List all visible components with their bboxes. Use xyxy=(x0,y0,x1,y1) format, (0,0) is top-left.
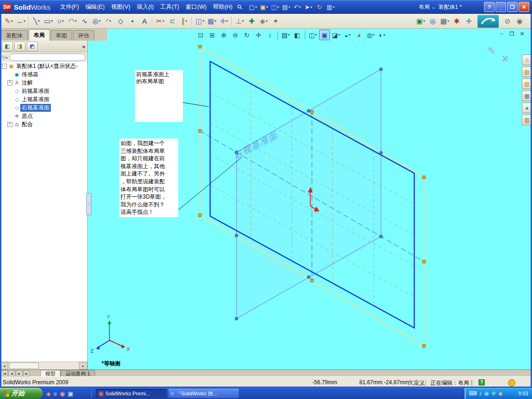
ie-icon[interactable]: e xyxy=(54,390,57,397)
attachment-icon[interactable]: ⊘ xyxy=(502,15,514,27)
rebuild-icon[interactable]: ↻ xyxy=(314,2,325,12)
status-help-icon[interactable]: ? xyxy=(478,379,485,386)
search-icon[interactable]: ⚲ xyxy=(236,3,244,12)
rectangle-icon[interactable]: ▭ xyxy=(42,15,54,27)
ime-keyboard-icon[interactable]: ⌨ xyxy=(469,390,477,397)
linear-pattern-icon[interactable]: ▦ xyxy=(206,15,218,27)
tab-scroll-button[interactable]: ▶ xyxy=(16,370,23,376)
menu-item[interactable]: 文件(F) xyxy=(57,2,82,12)
rotate-view-icon[interactable]: ↻ xyxy=(242,30,252,40)
filter-input[interactable] xyxy=(9,54,85,61)
doc-minimize-button[interactable]: – xyxy=(498,30,505,37)
pan-icon[interactable]: ✛ xyxy=(253,30,264,40)
standard-views-icon[interactable]: ▧ xyxy=(280,30,291,40)
help-button[interactable]: ? xyxy=(484,2,495,12)
minimize-button[interactable]: _ xyxy=(496,2,506,12)
point-icon[interactable]: • xyxy=(127,15,139,27)
restore-button[interactable]: ❐ xyxy=(507,2,518,12)
section-view-icon[interactable]: ◧ xyxy=(292,30,302,40)
tree-item-origin[interactable]: ✛ 原点 xyxy=(0,112,87,120)
line-icon[interactable]: ╲ xyxy=(30,15,42,27)
insert-components-icon[interactable]: ▣ xyxy=(415,15,427,27)
new-document-icon[interactable]: ▢ xyxy=(248,2,258,12)
tree-item-front-plane[interactable]: ◇ 前视基准面 xyxy=(0,87,87,95)
sketch-icon[interactable]: ✎ xyxy=(3,15,15,27)
tab-layout[interactable]: 布局 xyxy=(29,29,50,41)
cancel-sketch-icon[interactable]: ✕ xyxy=(502,54,509,64)
menu-item[interactable]: 窗口(W) xyxy=(182,2,210,12)
menu-item[interactable]: 帮助(H) xyxy=(210,2,236,12)
fillet-icon[interactable]: ◜ xyxy=(103,15,115,27)
quick-snaps-icon[interactable]: ◈ xyxy=(258,15,270,27)
open-document-icon[interactable]: ▣ xyxy=(259,2,269,12)
zoom-in-out-icon[interactable]: ⊕ xyxy=(218,30,229,40)
undo-icon[interactable]: ↶ xyxy=(292,2,302,12)
annotation-note-1[interactable]: 前视基准面上 的布局草图 xyxy=(135,70,183,122)
view-orientation-icon[interactable]: ◫ xyxy=(308,30,318,40)
spline-icon[interactable]: ∿ xyxy=(79,15,91,27)
save-icon[interactable]: ◫ xyxy=(270,2,280,12)
quicklaunch-icon-1[interactable]: ◈ xyxy=(46,390,51,397)
panel-expand-chevron[interactable]: » xyxy=(82,43,85,50)
graphics-viewport[interactable]: 右视基准面 Y X Z 前视基准面上 的布局草图 如图，我想建一个 三维装配体布… xyxy=(88,41,522,369)
featuremanager-tab-icon[interactable]: ◧ xyxy=(2,42,13,51)
menu-item[interactable]: 视图(V) xyxy=(108,2,134,12)
menu-item[interactable]: 工具(T) xyxy=(157,2,182,12)
tree-expander-icon[interactable]: + xyxy=(7,80,12,85)
rapid-sketch-icon[interactable]: ✦ xyxy=(270,15,282,27)
quicklaunch-icon-3[interactable]: ◉ xyxy=(60,390,65,397)
configurationmanager-tab-icon[interactable]: ◩ xyxy=(27,42,38,51)
arc-icon[interactable]: ◠ xyxy=(66,15,79,27)
model-tab[interactable]: 模型 xyxy=(40,370,60,377)
convert-entities-icon[interactable]: ⊂ xyxy=(166,15,178,27)
right-plane[interactable] xyxy=(236,69,381,319)
tab-scroll-button[interactable]: ▶| xyxy=(23,370,30,376)
tab-scroll-button[interactable]: |◀ xyxy=(1,370,8,376)
polygon-icon[interactable]: ◇ xyxy=(115,15,127,27)
tree-item-right-plane[interactable]: ◇ 右视基准面 xyxy=(0,103,87,112)
doc-restore-button[interactable]: ❐ xyxy=(508,30,515,37)
display-style-icon[interactable]: ◪ xyxy=(331,30,341,40)
tree-expander-icon[interactable]: + xyxy=(7,122,12,127)
smart-fasteners-icon[interactable]: ✱ xyxy=(451,15,463,27)
menu-item[interactable]: 插入(I) xyxy=(133,2,157,12)
tree-expander-icon[interactable]: - xyxy=(2,64,7,69)
text-icon[interactable]: A xyxy=(139,15,151,27)
repair-sketch-icon[interactable]: ✚ xyxy=(246,15,258,27)
circle-icon[interactable]: ○ xyxy=(54,15,66,27)
filter-funnel-icon[interactable]: ▽ xyxy=(2,54,7,60)
messenger-icon[interactable]: ◆ xyxy=(498,390,502,397)
antivirus-icon[interactable]: ✚ xyxy=(491,390,496,397)
start-button[interactable]: 开始 xyxy=(0,388,42,399)
propertymanager-tab-icon[interactable]: ◨ xyxy=(14,42,25,51)
zoom-to-selection-icon[interactable]: ⊖ xyxy=(230,30,241,40)
select-icon[interactable]: ➤ xyxy=(303,2,314,12)
tree-item-annotations[interactable]: + A 注解 xyxy=(0,79,87,87)
mate-icon[interactable]: ◎ xyxy=(427,15,439,27)
smart-dimension-icon[interactable]: ↔ xyxy=(15,15,27,27)
apply-scene-icon[interactable]: ◍ xyxy=(365,30,376,40)
edit-appearance-icon[interactable]: ◕ xyxy=(354,30,364,40)
mirror-entities-icon[interactable]: ◫ xyxy=(194,15,206,27)
tree-item-mates[interactable]: + ◎ 配合 xyxy=(0,120,87,128)
quicklaunch-icon-4[interactable]: ▣ xyxy=(68,390,73,397)
solidworks-resources-flyout-button[interactable] xyxy=(478,15,499,28)
taskbar-button-solidworks[interactable]: ▣ SolidWorks Premi... xyxy=(96,389,166,398)
scroll-right-icon[interactable]: ▸ xyxy=(79,362,87,369)
tree-item-assembly-root[interactable]: - ▣ 装配体1 (默认<显示状态- xyxy=(0,62,87,70)
taskbar-button-browser[interactable]: e 『SolidWorks 技... xyxy=(169,389,239,398)
exit-sketch-icon[interactable]: ✎ xyxy=(488,45,496,64)
tab-scroll-button[interactable]: ◀ xyxy=(8,370,15,376)
panel-splitter[interactable]: ⁞ xyxy=(86,193,91,215)
tab-sketch[interactable]: 草图 xyxy=(51,30,72,41)
options-icon[interactable]: ▥ xyxy=(326,2,336,12)
motion-study-tab[interactable]: 运动算例 1 xyxy=(60,370,95,377)
panel-horizontal-scrollbar[interactable]: ◂ ▸ xyxy=(0,362,87,369)
menu-item[interactable]: 编辑(E) xyxy=(82,2,108,12)
display-relations-icon[interactable]: ⊥ xyxy=(234,15,246,27)
status-tag-icon[interactable] xyxy=(508,379,515,387)
tab-evaluate[interactable]: 评估 xyxy=(73,30,94,41)
ellipse-icon[interactable]: ◎ xyxy=(91,15,103,27)
trim-entities-icon[interactable]: ✂ xyxy=(154,15,166,27)
roll-view-icon[interactable]: ↕ xyxy=(265,30,275,40)
